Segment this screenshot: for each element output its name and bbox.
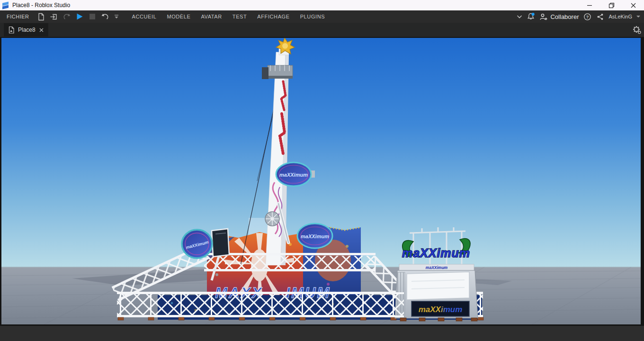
tab-test[interactable]: TEST (227, 10, 252, 23)
ribbon-menu-tabs: ACCUEIL MODÈLE AVATAR TEST AFFICHAGE PLU… (127, 10, 331, 23)
title-bar: Place8 - Roblox Studio (0, 0, 644, 10)
svg-text:?: ? (586, 14, 589, 19)
ribbon-right-cluster: Collaborer ? AsLeKinG (517, 12, 644, 21)
redo-button[interactable] (63, 12, 71, 21)
tab-avatar[interactable]: AVATAR (196, 10, 227, 23)
redo-icon (63, 12, 71, 21)
window-title: Place8 - Roblox Studio (12, 2, 70, 9)
toolbar-options-button[interactable] (114, 12, 119, 21)
user-menu-caret[interactable] (636, 16, 640, 18)
document-tab-bar: Place8 (0, 23, 644, 37)
svg-text:maXXimum: maXXimum (402, 246, 470, 260)
booth-screen (407, 272, 469, 300)
tab-modele[interactable]: MODÈLE (161, 10, 196, 23)
tab-accueil[interactable]: ACCUEIL (127, 10, 162, 23)
svg-text:maXXimum: maXXimum (426, 265, 448, 270)
stop-button[interactable] (88, 12, 97, 21)
3d-viewport[interactable]: MAXX IMUM (0, 37, 644, 326)
close-icon (629, 1, 637, 9)
place-tab[interactable]: Place8 (4, 23, 48, 36)
quick-access-toolbar (37, 12, 119, 21)
tab-affichage[interactable]: AFFICHAGE (252, 10, 295, 23)
booth-front-sign: maXXimum (411, 301, 469, 316)
place-tab-label: Place8 (18, 27, 36, 33)
svg-text:maXXimum: maXXimum (279, 172, 308, 178)
place-file-icon (8, 26, 15, 34)
restore-button[interactable] (600, 0, 622, 10)
new-file-icon (37, 13, 45, 21)
share-icon (596, 13, 604, 21)
share-button[interactable] (596, 12, 604, 21)
close-button[interactable] (622, 0, 644, 10)
restore-icon (608, 1, 615, 9)
open-file-button[interactable] (50, 12, 58, 21)
lower-oval-sign: maXXimum (297, 224, 332, 248)
svg-text:maXXimum: maXXimum (301, 233, 329, 239)
collaborate-label: Collaborer (550, 13, 579, 20)
undo-icon (101, 12, 109, 21)
svg-text:maXXimum: maXXimum (419, 305, 463, 314)
username-button[interactable]: AsLeKinG (608, 14, 632, 19)
stop-icon (89, 13, 96, 20)
notifications-bell-icon (527, 12, 535, 21)
roblox-studio-logo-icon (2, 2, 9, 9)
help-icon: ? (583, 13, 591, 21)
play-icon (76, 13, 83, 20)
notifications-button[interactable] (527, 12, 535, 21)
add-collaborator-icon (539, 13, 548, 21)
toolbar-options-icon (114, 14, 119, 20)
tower-fan (265, 212, 279, 226)
viewport-settings-button[interactable] (633, 26, 641, 34)
minimize-icon (586, 1, 593, 9)
file-menu-button[interactable]: FICHIER (0, 14, 34, 19)
gear-icon (633, 26, 641, 34)
new-file-button[interactable] (37, 12, 45, 21)
viewport-scene: MAXX IMUM (1, 38, 641, 324)
collaborate-button[interactable]: Collaborer (539, 13, 579, 21)
window-controls (579, 0, 644, 10)
tab-plugins[interactable]: PLUGINS (295, 10, 331, 23)
ribbon-bar: FICHIER (0, 10, 644, 23)
play-button[interactable] (75, 12, 84, 21)
tab-close-icon[interactable] (39, 27, 44, 33)
tower-carriage (262, 65, 293, 79)
booth-side-gate (386, 292, 404, 317)
undo-button[interactable] (101, 12, 109, 21)
minimize-button[interactable] (579, 0, 600, 10)
open-file-icon (50, 13, 58, 21)
ribbon-collapse-icon (517, 14, 522, 19)
ribbon-collapse-button[interactable] (517, 12, 522, 21)
help-button[interactable]: ? (583, 12, 591, 21)
